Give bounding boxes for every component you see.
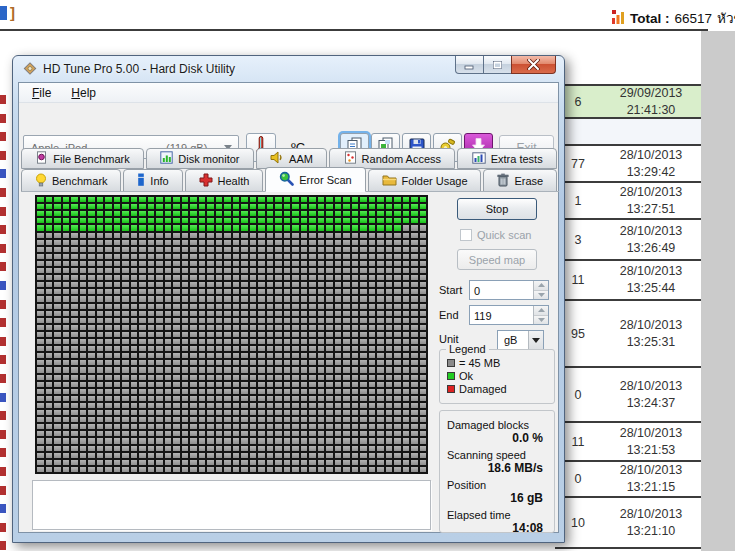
- scan-stats-group: Damaged blocks0.0 %Scanning speed18.6 MB…: [439, 410, 555, 533]
- table-row: 1128/10/201313:25:44: [555, 261, 701, 301]
- stat-label: Scanning speed: [447, 449, 547, 461]
- table-row: 9528/10/201313:25:31: [555, 301, 701, 368]
- close-icon: [527, 56, 540, 74]
- forum-topic-table: 629/09/201321:41:307728/10/201313:29:421…: [555, 84, 701, 549]
- table-row: 629/09/201321:41:30: [555, 84, 701, 119]
- totals-chart-icon: [612, 10, 625, 27]
- legend-title: Legend: [446, 343, 489, 355]
- last-post-datetime: 28/10/201313:21:10: [601, 506, 701, 540]
- maximize-button[interactable]: [483, 56, 512, 74]
- start-spinner[interactable]: [533, 281, 548, 299]
- tab-random-access[interactable]: Random Access: [329, 148, 455, 169]
- menu-file[interactable]: File: [23, 84, 60, 102]
- table-row: 7728/10/201313:29:42: [555, 146, 701, 183]
- end-row: End 119: [439, 305, 549, 325]
- close-button[interactable]: [511, 56, 556, 74]
- chevron-down-icon[interactable]: [528, 331, 543, 349]
- scan-log-box: [32, 480, 431, 530]
- random-access-icon: [344, 151, 357, 166]
- last-post-datetime: 28/10/201313:21:15: [601, 462, 701, 496]
- last-post-datetime: 28/10/201313:27:51: [601, 184, 701, 218]
- end-spinner[interactable]: [533, 306, 548, 324]
- unit-value: gB: [504, 334, 517, 346]
- tab-error-scan[interactable]: Error Scan: [265, 167, 365, 192]
- stat-value: 0.0 %: [447, 431, 547, 445]
- minimize-button[interactable]: [455, 56, 484, 74]
- tab-file-benchmark[interactable]: File Benchmark: [21, 148, 144, 169]
- tab-row-2: BenchmarkInfoHealthError ScanFolder Usag…: [21, 169, 559, 192]
- tab-erase[interactable]: Erase: [483, 169, 557, 192]
- tab-label: Folder Usage: [402, 175, 468, 187]
- tab-benchmark[interactable]: Benchmark: [21, 169, 121, 192]
- folder-icon: [382, 174, 397, 188]
- stop-button[interactable]: Stop: [457, 198, 537, 220]
- start-row: Start 0: [439, 280, 549, 300]
- end-label: End: [439, 309, 469, 321]
- last-post-datetime: 28/10/201313:24:37: [601, 378, 701, 412]
- last-post-datetime: 28/10/201313:29:42: [601, 147, 701, 181]
- quick-scan-label: Quick scan: [477, 229, 531, 241]
- tab-label: Error Scan: [299, 174, 352, 186]
- quick-scan-option: Quick scan: [460, 229, 531, 241]
- clipped-icon-fragment: [0, 207, 6, 216]
- spin-up-icon[interactable]: [534, 306, 548, 315]
- menu-help[interactable]: Help: [62, 84, 105, 102]
- table-row: 1128/10/201313:21:53: [555, 423, 701, 462]
- clipped-icon-fragment: [0, 244, 6, 253]
- tab-health[interactable]: Health: [185, 169, 264, 192]
- erase-trash-icon: [497, 173, 509, 189]
- legend-label: Ok: [459, 370, 473, 382]
- clipped-icon-fragment: [0, 6, 7, 20]
- clipped-icon-fragment: [0, 448, 6, 457]
- legend-items: = 45 MBOkDamaged: [440, 350, 554, 395]
- clipped-icon-fragment: [0, 374, 6, 383]
- table-row: 1028/10/201313:21:10: [555, 498, 701, 549]
- extra-tests-icon: [472, 152, 486, 166]
- spin-down-icon[interactable]: [534, 290, 548, 300]
- forum-totals-bar: Total : 66517 หัวข้อ 932882 โพสต์: [612, 7, 735, 29]
- tab-label: Erase: [514, 175, 543, 187]
- end-input[interactable]: 119: [469, 305, 549, 325]
- unit-selector[interactable]: gB: [497, 330, 544, 350]
- last-post-datetime: 28/10/201313:25:44: [601, 263, 701, 297]
- clipped-icon-fragment: [0, 393, 6, 402]
- page-right-gutter: [701, 31, 735, 551]
- tab-label: Random Access: [362, 153, 441, 165]
- tab-label: Disk monitor: [178, 153, 239, 165]
- disk-monitor-icon: [160, 151, 173, 166]
- clipped-icon-fragment: [0, 151, 6, 160]
- spin-up-icon[interactable]: [534, 281, 548, 290]
- legend-item-block: = 45 MB: [447, 357, 554, 369]
- totals-label: Total :: [630, 11, 670, 26]
- spin-down-icon[interactable]: [534, 315, 548, 325]
- error-scan-grid: [35, 195, 428, 474]
- clipped-icon-fragment: [0, 300, 6, 309]
- last-post-datetime: 28/10/201313:21:53: [601, 425, 701, 459]
- clipped-icon-fragment: [0, 430, 6, 439]
- damaged-swatch: [447, 385, 455, 393]
- legend-label: = 45 MB: [459, 357, 500, 369]
- quick-scan-checkbox[interactable]: [460, 229, 472, 241]
- clipped-icon-fragment: [0, 337, 6, 346]
- last-post-datetime: 28/10/201313:25:31: [601, 317, 701, 351]
- tab-extra-tests[interactable]: Extra tests: [457, 148, 557, 169]
- topics-unit: หัวข้อ: [717, 7, 735, 29]
- tab-aam[interactable]: AAM: [256, 148, 327, 169]
- file-benchmark-icon: [35, 151, 48, 166]
- clipped-icon-fragment: [0, 355, 6, 364]
- clipped-icon-fragment: [0, 114, 6, 123]
- tab-disk-monitor[interactable]: Disk monitor: [146, 148, 254, 169]
- tab-folder-usage[interactable]: Folder Usage: [368, 169, 482, 192]
- health-cross-icon: [199, 173, 213, 189]
- clipped-icon-fragment: [0, 262, 6, 271]
- table-row: 028/10/201313:21:15: [555, 462, 701, 498]
- legend-item-ok: Ok: [447, 370, 554, 382]
- window-titlebar[interactable]: HD Tune Pro 5.00 - Hard Disk Utility: [13, 56, 564, 82]
- tab-label: File Benchmark: [53, 153, 129, 165]
- tab-info[interactable]: Info: [123, 169, 182, 192]
- hdtune-logo-icon: [22, 61, 38, 80]
- block-swatch: [447, 359, 455, 367]
- clipped-icon-fragment: [0, 467, 6, 476]
- start-input[interactable]: 0: [469, 280, 549, 300]
- speed-map-button[interactable]: Speed map: [457, 249, 537, 270]
